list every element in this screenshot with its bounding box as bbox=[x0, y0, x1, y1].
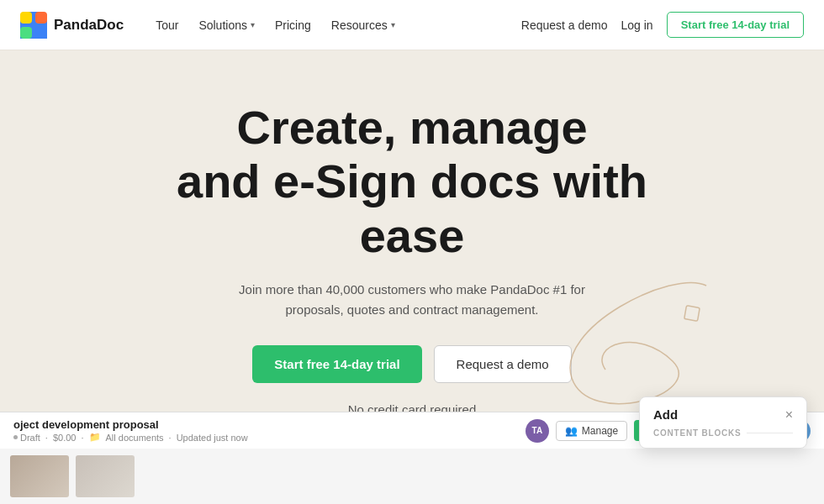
nav-solutions[interactable]: Solutions ▾ bbox=[190, 12, 263, 39]
add-popup-title: Add bbox=[653, 407, 678, 422]
avatar-ta: TA bbox=[526, 419, 549, 443]
doc-folder-icon: 📁 bbox=[89, 432, 101, 443]
add-content-popup: Add × CONTENT BLOCKS bbox=[639, 396, 807, 449]
svg-rect-6 bbox=[35, 27, 47, 39]
start-trial-button[interactable]: Start free 14-day trial bbox=[667, 12, 804, 38]
request-demo-link[interactable]: Request a demo bbox=[521, 18, 608, 32]
hero-section: Create, manage and e-Sign docs with ease… bbox=[0, 50, 824, 412]
doc-folder: All documents bbox=[106, 433, 164, 443]
nav-pricing[interactable]: Pricing bbox=[267, 12, 320, 39]
hero-headline: Create, manage and e-Sign docs with ease bbox=[118, 101, 706, 263]
nav-links: Tour Solutions ▾ Pricing Resources ▾ bbox=[147, 12, 521, 39]
doc-separator-3: · bbox=[169, 433, 172, 443]
people-icon: 👥 bbox=[565, 425, 578, 437]
thumbnail-image-2 bbox=[76, 455, 135, 497]
doc-info: oject development proposal Draft · $0.00… bbox=[13, 418, 248, 443]
svg-rect-3 bbox=[20, 12, 32, 24]
nav-tour[interactable]: Tour bbox=[147, 12, 187, 39]
decorative-swirl bbox=[504, 260, 740, 412]
svg-rect-7 bbox=[684, 306, 700, 322]
doc-title: oject development proposal bbox=[13, 418, 248, 431]
doc-updated: Updated just now bbox=[177, 433, 248, 443]
doc-thumbnail-1[interactable] bbox=[10, 455, 69, 497]
doc-status: Draft bbox=[13, 433, 40, 443]
login-link[interactable]: Log in bbox=[621, 18, 653, 32]
hero-start-trial-button[interactable]: Start free 14-day trial bbox=[252, 345, 421, 383]
status-dot bbox=[13, 435, 18, 439]
thumbnail-image-1 bbox=[10, 455, 69, 497]
svg-rect-4 bbox=[35, 12, 47, 24]
nav-resources[interactable]: Resources ▾ bbox=[323, 12, 404, 39]
svg-rect-5 bbox=[20, 27, 32, 39]
navbar: PandaDoc Tour Solutions ▾ Pricing Resour… bbox=[0, 0, 824, 50]
close-popup-button[interactable]: × bbox=[785, 408, 793, 422]
logo-link[interactable]: PandaDoc bbox=[20, 12, 124, 39]
resources-chevron-icon: ▾ bbox=[391, 20, 395, 29]
content-blocks-label: CONTENT BLOCKS bbox=[653, 428, 793, 438]
solutions-chevron-icon: ▾ bbox=[251, 20, 255, 29]
doc-thumbnail-2[interactable] bbox=[76, 455, 135, 497]
doc-price: $0.00 bbox=[53, 433, 77, 443]
doc-separator-2: · bbox=[81, 433, 83, 443]
nav-right: Request a demo Log in Start free 14-day … bbox=[521, 12, 804, 38]
doc-thumbnail-row bbox=[0, 449, 824, 504]
no-credit-card-text: No credit card required bbox=[348, 400, 477, 412]
logo-icon bbox=[20, 12, 47, 39]
add-popup-header: Add × bbox=[653, 407, 793, 422]
manage-button[interactable]: 👥 Manage bbox=[556, 421, 627, 441]
bottom-bar: oject development proposal Draft · $0.00… bbox=[0, 412, 824, 504]
doc-meta: Draft · $0.00 · 📁 All documents · Update… bbox=[13, 432, 248, 443]
doc-separator-1: · bbox=[45, 433, 48, 443]
logo-text: PandaDoc bbox=[54, 17, 124, 34]
